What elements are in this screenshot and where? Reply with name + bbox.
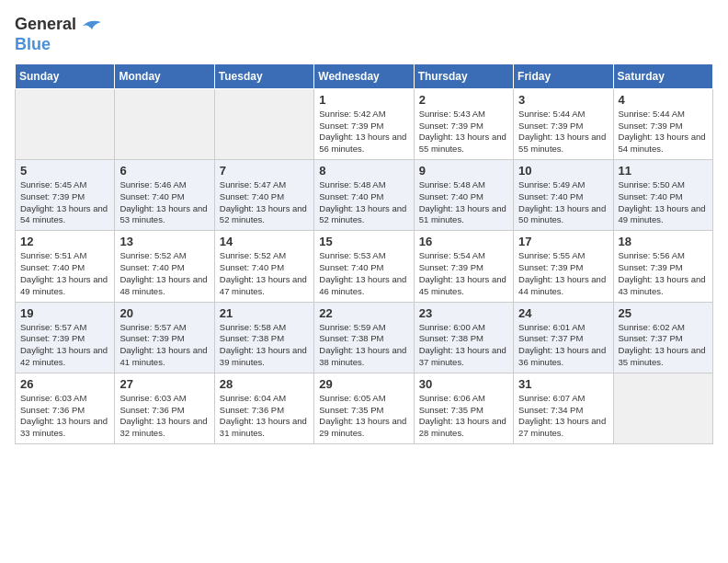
day-info: Sunrise: 5:57 AM [20,322,109,334]
logo-blue-text: Blue [15,35,51,53]
calendar-cell: 2Sunrise: 5:43 AMSunset: 7:39 PMDaylight… [414,88,513,159]
day-info: Sunrise: 6:02 AM [619,322,708,334]
day-info: Sunrise: 6:04 AM [220,393,309,405]
day-info: Sunset: 7:40 PM [518,191,608,203]
day-info: Daylight: 13 hours and 27 minutes. [518,416,608,440]
day-number: 26 [20,377,109,391]
calendar-cell: 19Sunrise: 5:57 AMSunset: 7:39 PMDayligh… [16,302,115,373]
calendar-cell: 20Sunrise: 5:57 AMSunset: 7:39 PMDayligh… [115,302,214,373]
day-info: Daylight: 13 hours and 49 minutes. [619,203,708,227]
day-info: Sunrise: 5:58 AM [220,322,309,334]
day-info: Sunset: 7:35 PM [419,405,508,417]
calendar-cell: 25Sunrise: 6:02 AMSunset: 7:37 PMDayligh… [613,302,712,373]
day-header-sunday: Sunday [16,63,115,88]
day-number: 17 [518,235,608,248]
calendar-week-row: 26Sunrise: 6:03 AMSunset: 7:36 PMDayligh… [16,373,713,443]
calendar-cell: 15Sunrise: 5:53 AMSunset: 7:40 PMDayligh… [314,231,414,302]
day-info: Sunset: 7:39 PM [20,333,109,345]
day-info: Daylight: 13 hours and 43 minutes. [619,274,708,298]
day-info: Sunset: 7:37 PM [619,333,708,345]
day-info: Daylight: 13 hours and 31 minutes. [220,416,309,440]
calendar-cell: 16Sunrise: 5:54 AMSunset: 7:39 PMDayligh… [414,231,513,302]
day-info: Daylight: 13 hours and 35 minutes. [619,345,708,369]
day-info: Sunrise: 5:53 AM [319,250,408,262]
day-number: 28 [220,377,309,391]
day-number: 13 [119,235,209,248]
calendar-cell: 9Sunrise: 5:48 AMSunset: 7:40 PMDaylight… [414,160,513,231]
day-info: Sunset: 7:35 PM [319,405,408,417]
day-number: 1 [319,93,408,107]
day-info: Sunset: 7:37 PM [518,333,608,345]
day-info: Sunrise: 5:52 AM [119,250,209,262]
calendar-cell: 3Sunrise: 5:44 AMSunset: 7:39 PMDaylight… [514,88,613,159]
calendar-week-row: 19Sunrise: 5:57 AMSunset: 7:39 PMDayligh… [16,302,713,373]
calendar-cell [115,88,214,159]
day-number: 31 [518,377,608,391]
day-info: Daylight: 13 hours and 44 minutes. [518,274,608,298]
day-info: Sunrise: 5:49 AM [518,179,608,191]
day-info: Sunset: 7:38 PM [319,333,408,345]
day-info: Daylight: 13 hours and 37 minutes. [419,345,508,369]
day-number: 22 [319,306,408,320]
calendar-cell: 23Sunrise: 6:00 AMSunset: 7:38 PMDayligh… [414,302,513,373]
logo-general-text: General [15,15,76,33]
day-info: Daylight: 13 hours and 55 minutes. [419,132,508,155]
day-number: 21 [220,306,309,320]
day-number: 10 [518,164,608,178]
day-info: Daylight: 13 hours and 29 minutes. [319,416,408,440]
day-info: Sunrise: 5:59 AM [319,322,408,334]
day-number: 5 [20,164,109,178]
day-info: Sunset: 7:38 PM [220,333,309,345]
calendar-cell: 31Sunrise: 6:07 AMSunset: 7:34 PMDayligh… [514,373,613,443]
day-number: 14 [220,235,309,248]
day-info: Daylight: 13 hours and 56 minutes. [319,132,408,155]
day-info: Sunset: 7:36 PM [220,405,309,417]
day-info: Daylight: 13 hours and 53 minutes. [119,203,209,227]
day-number: 16 [419,235,508,248]
calendar-cell: 13Sunrise: 5:52 AMSunset: 7:40 PMDayligh… [115,231,214,302]
day-info: Daylight: 13 hours and 51 minutes. [419,203,508,227]
calendar-cell: 24Sunrise: 6:01 AMSunset: 7:37 PMDayligh… [514,302,613,373]
logo: General Blue [15,15,104,54]
day-info: Sunset: 7:39 PM [419,121,508,132]
day-info: Daylight: 13 hours and 45 minutes. [419,274,508,298]
day-number: 18 [619,235,708,248]
calendar-cell [214,88,313,159]
day-info: Sunset: 7:38 PM [419,333,508,345]
day-info: Sunrise: 6:00 AM [419,322,508,334]
day-info: Sunset: 7:40 PM [220,191,309,203]
calendar-cell: 17Sunrise: 5:55 AMSunset: 7:39 PMDayligh… [514,231,613,302]
day-info: Sunset: 7:39 PM [319,121,408,132]
calendar-cell: 7Sunrise: 5:47 AMSunset: 7:40 PMDaylight… [214,160,313,231]
day-number: 30 [419,377,508,391]
day-info: Sunrise: 5:55 AM [518,250,608,262]
calendar-cell: 10Sunrise: 5:49 AMSunset: 7:40 PMDayligh… [514,160,613,231]
day-header-friday: Friday [514,63,613,88]
calendar-header-row: SundayMondayTuesdayWednesdayThursdayFrid… [16,63,713,88]
day-info: Daylight: 13 hours and 49 minutes. [20,274,109,298]
day-number: 3 [518,93,608,107]
day-number: 9 [419,164,508,178]
day-info: Sunrise: 5:44 AM [518,109,608,121]
day-header-saturday: Saturday [613,63,712,88]
day-info: Sunrise: 5:51 AM [20,250,109,262]
day-info: Sunset: 7:39 PM [119,333,209,345]
day-info: Sunrise: 5:48 AM [419,179,508,191]
day-info: Sunset: 7:39 PM [619,262,708,274]
day-number: 29 [319,377,408,391]
day-number: 11 [619,164,708,178]
day-info: Sunrise: 5:52 AM [220,250,309,262]
day-info: Daylight: 13 hours and 28 minutes. [419,416,508,440]
calendar-cell: 8Sunrise: 5:48 AMSunset: 7:40 PMDaylight… [314,160,414,231]
day-header-monday: Monday [115,63,214,88]
day-number: 23 [419,306,508,320]
logo-bird-icon [77,17,103,35]
day-header-tuesday: Tuesday [214,63,313,88]
calendar-cell: 18Sunrise: 5:56 AMSunset: 7:39 PMDayligh… [613,231,712,302]
day-number: 2 [419,93,508,107]
day-info: Daylight: 13 hours and 52 minutes. [319,203,408,227]
calendar-cell: 27Sunrise: 6:03 AMSunset: 7:36 PMDayligh… [115,373,214,443]
calendar-cell: 12Sunrise: 5:51 AMSunset: 7:40 PMDayligh… [16,231,115,302]
day-info: Sunrise: 5:43 AM [419,109,508,121]
day-info: Sunrise: 6:06 AM [419,393,508,405]
